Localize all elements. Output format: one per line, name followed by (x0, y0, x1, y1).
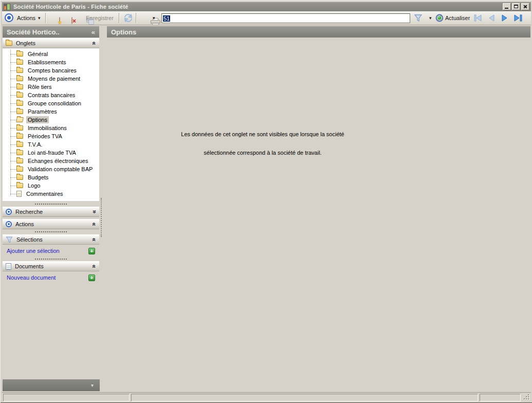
tree-item-role-tiers[interactable]: Rôle tiers (3, 83, 99, 91)
actualiser-button[interactable]: Actualiser (445, 15, 470, 21)
folder-icon (16, 68, 23, 73)
tree-item-label: Etablissements (26, 59, 68, 66)
horizontal-splitter[interactable] (3, 257, 99, 261)
selections-funnel-icon (6, 236, 13, 243)
next-record-icon[interactable] (501, 14, 509, 22)
section-recherche[interactable]: Recherche « (3, 207, 99, 217)
open-folder-icon (16, 117, 24, 122)
tree-item-moyens-de-paiement[interactable]: Moyens de paiement (3, 75, 99, 83)
tree-item-logo[interactable]: Logo (3, 181, 99, 190)
folder-icon (16, 142, 23, 147)
tree-item-groupe-consolidation[interactable]: Groupe consolidation (3, 99, 99, 107)
tree-item-label: Comptes bancaires (26, 67, 78, 74)
delete-cross-icon: × (72, 18, 76, 24)
status-bar (2, 392, 531, 402)
delete-record-button[interactable]: × (71, 17, 72, 24)
chevron-up-icon[interactable]: « (92, 223, 97, 226)
maximize-icon (514, 5, 518, 8)
tree-item-label: Moyens de paiement (26, 75, 82, 82)
actions-caret-icon[interactable]: ▾ (38, 16, 41, 21)
tree-item-label: Logo (26, 182, 42, 189)
folder-icon (6, 41, 12, 46)
tree-item-parametres[interactable]: Paramètres (3, 107, 99, 116)
tree-item-comptes-bancaires[interactable]: Comptes bancaires (3, 66, 99, 75)
folder-icon (16, 93, 23, 98)
new-document-plus-button[interactable]: + (88, 274, 95, 281)
status-cell-left (3, 394, 130, 401)
tree-item-commentaires[interactable]: Commentaires (3, 190, 99, 198)
tree-item-label: T.V.A. (26, 141, 44, 148)
previous-record-icon[interactable] (487, 14, 496, 22)
vertical-splitter[interactable] (101, 198, 102, 237)
tree-item-budgets[interactable]: Budgets (3, 173, 99, 181)
new-record-button[interactable]: ★ (59, 17, 60, 24)
tree-item-validation-comptable-bap[interactable]: Validation comptable BAP (3, 165, 99, 173)
panel-selector-caret-icon: ▾ (91, 383, 94, 388)
tree-item-general[interactable]: Général (3, 50, 99, 58)
maximize-button[interactable] (512, 3, 520, 10)
tree-item-label: Loi anti-fraude TVA (26, 149, 78, 156)
tree-item-label: Rôle tiers (26, 83, 53, 90)
tree-item-contrats-bancaires[interactable]: Contrats bancaires (3, 91, 99, 99)
tree-item-label: Périodes TVA (26, 133, 64, 140)
tree-item-loi-anti-fraude-tva[interactable]: Loi anti-fraude TVA (3, 149, 99, 157)
tree-item-label: Commentaires (25, 190, 65, 197)
tree-item-tva[interactable]: T.V.A. (3, 140, 99, 149)
section-documents[interactable]: Documents « (3, 261, 99, 271)
folder-icon (16, 150, 23, 155)
sidebar-collapse-icon[interactable]: « (91, 28, 95, 36)
sync-icon[interactable] (123, 13, 133, 23)
folder-icon (16, 76, 23, 81)
filter-caret-icon[interactable]: ▾ (429, 16, 432, 21)
add-selection-plus-button[interactable]: + (88, 248, 95, 254)
sidebar-header-title: Société Hortico.. (7, 28, 60, 36)
section-onglets-label: Onglets (16, 40, 35, 46)
status-cell-right (480, 394, 521, 401)
main-panel-title: Options (111, 28, 136, 36)
horizontal-splitter[interactable] (3, 230, 99, 233)
main-panel-header: Options (107, 26, 530, 38)
section-actions[interactable]: Actions « (3, 219, 99, 229)
section-recherche-label: Recherche (15, 209, 43, 215)
section-selections-label: Sélections (16, 236, 43, 243)
nouveau-document-link[interactable]: Nouveau document (7, 274, 56, 281)
chevron-up-icon[interactable]: « (92, 42, 97, 45)
tree-item-label: Contrats bancaires (26, 91, 77, 99)
minimize-button[interactable] (503, 3, 511, 10)
info-message-line1: Les données de cet onglet ne sont visibl… (103, 131, 422, 137)
chevron-down-icon[interactable]: « (92, 210, 97, 214)
ajouter-selection-link[interactable]: Ajouter une sélection (7, 248, 60, 254)
selections-link-row: Ajouter une sélection + (3, 246, 99, 255)
tree-item-immobilisations[interactable]: Immobilisations (3, 124, 99, 132)
filter-funnel-icon[interactable] (414, 14, 423, 22)
tree-item-periodes-tva[interactable]: Périodes TVA (3, 132, 99, 140)
tree-item-label: Validation comptable BAP (26, 166, 94, 173)
chevron-up-icon[interactable]: « (92, 265, 97, 268)
sidebar-panel-selector[interactable]: ▾ (3, 379, 100, 391)
tree-item-label: Options (26, 116, 49, 123)
actions-icon[interactable] (5, 13, 13, 22)
tree-item-etablissements[interactable]: Etablissements (3, 58, 99, 66)
last-record-icon[interactable] (513, 14, 523, 22)
onglets-tree: Général Etablissements Comptes bancaires… (3, 48, 99, 201)
folder-icon (16, 125, 23, 131)
close-button[interactable] (521, 3, 529, 10)
new-star-icon: ★ (58, 20, 62, 25)
app-icon (4, 4, 10, 10)
first-record-icon[interactable] (473, 14, 483, 22)
chevron-up-icon[interactable]: « (92, 238, 97, 242)
window-title: Société Horticole de Paris - Fiche socié… (13, 4, 129, 10)
actions-menu[interactable]: Actions (17, 15, 35, 21)
main-toolbar: Actions ▾ ★ × Enregistrer ▾ 51 ▾ Actuali… (2, 11, 531, 25)
actualiser-icon[interactable] (435, 14, 444, 22)
save-button[interactable]: Enregistrer (86, 15, 114, 21)
horizontal-splitter[interactable] (3, 202, 99, 206)
tree-item-options-selected[interactable]: Options (3, 116, 99, 124)
section-onglets[interactable]: Onglets « (3, 38, 99, 48)
folder-icon (16, 84, 23, 89)
section-selections[interactable]: Sélections « (3, 234, 99, 245)
record-number-input[interactable]: 51 (161, 13, 410, 23)
tree-item-echanges-electroniques[interactable]: Echanges électroniques (3, 157, 99, 165)
print-caret-icon[interactable]: ▾ (153, 16, 155, 21)
resize-grip[interactable] (523, 393, 530, 400)
